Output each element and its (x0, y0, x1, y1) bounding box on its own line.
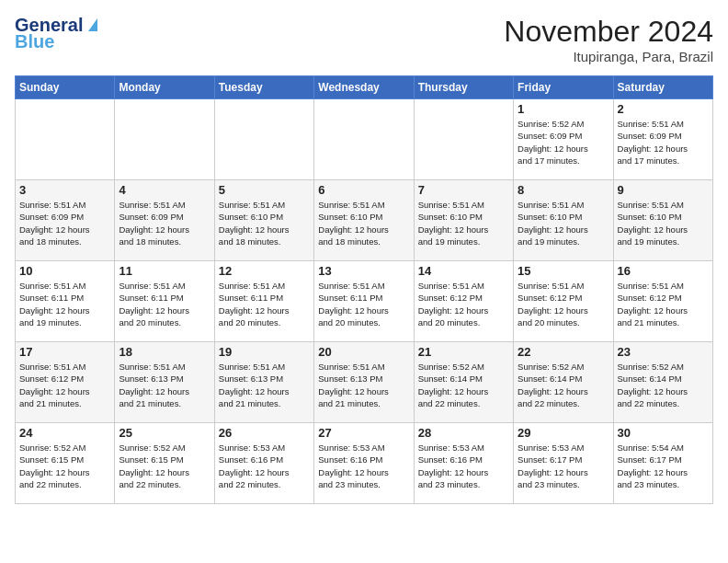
day-info: Sunrise: 5:51 AMSunset: 6:13 PMDaylight:… (219, 361, 310, 409)
day-number: 29 (518, 426, 609, 440)
calendar-cell: 14Sunrise: 5:51 AMSunset: 6:12 PMDayligh… (414, 261, 513, 342)
svg-marker-0 (88, 18, 97, 31)
day-info: Sunrise: 5:51 AMSunset: 6:09 PMDaylight:… (19, 199, 110, 247)
day-info: Sunrise: 5:51 AMSunset: 6:11 PMDaylight:… (19, 280, 110, 328)
calendar-header: SundayMondayTuesdayWednesdayThursdayFrid… (16, 76, 713, 99)
day-number: 1 (518, 102, 609, 116)
day-number: 14 (418, 264, 509, 278)
day-number: 15 (518, 264, 609, 278)
day-number: 11 (119, 264, 210, 278)
calendar-cell: 1Sunrise: 5:52 AMSunset: 6:09 PMDaylight… (514, 99, 613, 180)
weekday-thursday: Thursday (414, 76, 513, 99)
day-number: 4 (119, 183, 210, 197)
day-number: 20 (318, 345, 409, 359)
day-info: Sunrise: 5:51 AMSunset: 6:13 PMDaylight:… (318, 361, 409, 409)
day-info: Sunrise: 5:51 AMSunset: 6:09 PMDaylight:… (618, 118, 709, 167)
day-number: 12 (219, 264, 310, 278)
day-number: 16 (618, 264, 709, 278)
calendar-cell: 3Sunrise: 5:51 AMSunset: 6:09 PMDaylight… (16, 180, 115, 261)
day-number: 7 (418, 183, 509, 197)
day-info: Sunrise: 5:51 AMSunset: 6:10 PMDaylight:… (418, 199, 509, 247)
day-info: Sunrise: 5:52 AMSunset: 6:14 PMDaylight:… (418, 361, 509, 409)
calendar-cell (314, 99, 414, 180)
calendar-cell (214, 99, 313, 180)
day-info: Sunrise: 5:51 AMSunset: 6:12 PMDaylight:… (418, 280, 509, 328)
day-info: Sunrise: 5:52 AMSunset: 6:14 PMDaylight:… (518, 361, 609, 409)
day-info: Sunrise: 5:52 AMSunset: 6:15 PMDaylight:… (119, 442, 210, 490)
day-info: Sunrise: 5:51 AMSunset: 6:10 PMDaylight:… (318, 199, 409, 247)
day-number: 26 (219, 426, 310, 440)
calendar-cell: 8Sunrise: 5:51 AMSunset: 6:10 PMDaylight… (514, 180, 613, 261)
day-number: 6 (318, 183, 409, 197)
day-info: Sunrise: 5:52 AMSunset: 6:09 PMDaylight:… (518, 118, 609, 167)
day-number: 30 (618, 426, 709, 440)
calendar-cell: 13Sunrise: 5:51 AMSunset: 6:11 PMDayligh… (314, 261, 414, 342)
calendar-cell (414, 99, 513, 180)
calendar-week-3: 10Sunrise: 5:51 AMSunset: 6:11 PMDayligh… (16, 261, 713, 342)
day-info: Sunrise: 5:51 AMSunset: 6:12 PMDaylight:… (618, 280, 709, 328)
calendar-cell: 20Sunrise: 5:51 AMSunset: 6:13 PMDayligh… (314, 342, 414, 423)
calendar-cell: 6Sunrise: 5:51 AMSunset: 6:10 PMDaylight… (314, 180, 414, 261)
day-info: Sunrise: 5:51 AMSunset: 6:11 PMDaylight:… (219, 280, 310, 328)
logo: General Blue (15, 15, 105, 52)
calendar-cell: 29Sunrise: 5:53 AMSunset: 6:17 PMDayligh… (514, 423, 613, 504)
day-number: 10 (19, 264, 110, 278)
calendar-table: SundayMondayTuesdayWednesdayThursdayFrid… (15, 75, 713, 504)
weekday-wednesday: Wednesday (314, 76, 414, 99)
location: Itupiranga, Para, Brazil (504, 49, 713, 64)
day-number: 22 (518, 345, 609, 359)
month-title: November 2024 (504, 15, 713, 49)
calendar-cell: 16Sunrise: 5:51 AMSunset: 6:12 PMDayligh… (613, 261, 712, 342)
weekday-monday: Monday (115, 76, 214, 99)
calendar-cell: 27Sunrise: 5:53 AMSunset: 6:16 PMDayligh… (314, 423, 414, 504)
calendar-cell (16, 99, 115, 180)
calendar-week-2: 3Sunrise: 5:51 AMSunset: 6:09 PMDaylight… (16, 180, 713, 261)
calendar-week-4: 17Sunrise: 5:51 AMSunset: 6:12 PMDayligh… (16, 342, 713, 423)
calendar-cell: 18Sunrise: 5:51 AMSunset: 6:13 PMDayligh… (115, 342, 214, 423)
day-info: Sunrise: 5:51 AMSunset: 6:12 PMDaylight:… (19, 361, 110, 409)
calendar-cell: 12Sunrise: 5:51 AMSunset: 6:11 PMDayligh… (214, 261, 313, 342)
calendar-cell (115, 99, 214, 180)
calendar-cell: 30Sunrise: 5:54 AMSunset: 6:17 PMDayligh… (613, 423, 712, 504)
weekday-saturday: Saturday (613, 76, 712, 99)
day-number: 21 (418, 345, 509, 359)
day-info: Sunrise: 5:53 AMSunset: 6:16 PMDaylight:… (418, 442, 509, 490)
calendar-week-5: 24Sunrise: 5:52 AMSunset: 6:15 PMDayligh… (16, 423, 713, 504)
calendar-cell: 19Sunrise: 5:51 AMSunset: 6:13 PMDayligh… (214, 342, 313, 423)
calendar-cell: 4Sunrise: 5:51 AMSunset: 6:09 PMDaylight… (115, 180, 214, 261)
page-header: General Blue November 2024 Itupiranga, P… (15, 15, 713, 64)
day-number: 28 (418, 426, 509, 440)
calendar-cell: 24Sunrise: 5:52 AMSunset: 6:15 PMDayligh… (16, 423, 115, 504)
day-number: 13 (318, 264, 409, 278)
calendar-cell: 7Sunrise: 5:51 AMSunset: 6:10 PMDaylight… (414, 180, 513, 261)
day-info: Sunrise: 5:51 AMSunset: 6:12 PMDaylight:… (518, 280, 609, 328)
day-number: 3 (19, 183, 110, 197)
day-info: Sunrise: 5:51 AMSunset: 6:13 PMDaylight:… (119, 361, 210, 409)
day-number: 25 (119, 426, 210, 440)
day-info: Sunrise: 5:53 AMSunset: 6:16 PMDaylight:… (318, 442, 409, 490)
calendar-week-1: 1Sunrise: 5:52 AMSunset: 6:09 PMDaylight… (16, 99, 713, 180)
weekday-tuesday: Tuesday (214, 76, 313, 99)
day-info: Sunrise: 5:51 AMSunset: 6:10 PMDaylight:… (618, 199, 709, 247)
calendar-cell: 28Sunrise: 5:53 AMSunset: 6:16 PMDayligh… (414, 423, 513, 504)
title-block: November 2024 Itupiranga, Para, Brazil (504, 15, 713, 64)
day-number: 9 (618, 183, 709, 197)
calendar-cell: 9Sunrise: 5:51 AMSunset: 6:10 PMDaylight… (613, 180, 712, 261)
weekday-sunday: Sunday (16, 76, 115, 99)
day-number: 2 (618, 102, 709, 116)
calendar-cell: 21Sunrise: 5:52 AMSunset: 6:14 PMDayligh… (414, 342, 513, 423)
day-info: Sunrise: 5:53 AMSunset: 6:16 PMDaylight:… (219, 442, 310, 490)
calendar-cell: 15Sunrise: 5:51 AMSunset: 6:12 PMDayligh… (514, 261, 613, 342)
day-number: 5 (219, 183, 310, 197)
calendar-cell: 26Sunrise: 5:53 AMSunset: 6:16 PMDayligh… (214, 423, 313, 504)
calendar-cell: 25Sunrise: 5:52 AMSunset: 6:15 PMDayligh… (115, 423, 214, 504)
logo-blue: Blue (15, 31, 105, 52)
day-info: Sunrise: 5:51 AMSunset: 6:11 PMDaylight:… (119, 280, 210, 328)
day-info: Sunrise: 5:52 AMSunset: 6:14 PMDaylight:… (618, 361, 709, 409)
day-info: Sunrise: 5:51 AMSunset: 6:10 PMDaylight:… (518, 199, 609, 247)
weekday-header-row: SundayMondayTuesdayWednesdayThursdayFrid… (16, 76, 713, 99)
day-info: Sunrise: 5:54 AMSunset: 6:17 PMDaylight:… (618, 442, 709, 490)
day-info: Sunrise: 5:52 AMSunset: 6:15 PMDaylight:… (19, 442, 110, 490)
calendar-cell: 23Sunrise: 5:52 AMSunset: 6:14 PMDayligh… (613, 342, 712, 423)
day-info: Sunrise: 5:51 AMSunset: 6:10 PMDaylight:… (219, 199, 310, 247)
